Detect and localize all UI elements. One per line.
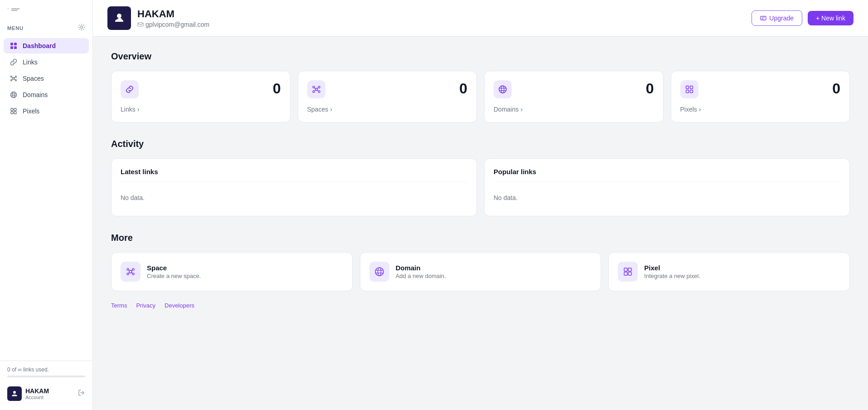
svg-rect-24 xyxy=(14,112,16,114)
domains-card-icon xyxy=(494,80,512,98)
svg-rect-46 xyxy=(690,90,693,93)
svg-line-52 xyxy=(129,270,130,271)
sidebar-item-dashboard[interactable]: Dashboard xyxy=(4,38,89,54)
pixels-count: 0 xyxy=(832,80,840,97)
popular-links-empty: No data. xyxy=(494,189,840,207)
sidebar-item-links[interactable]: Links xyxy=(4,54,89,70)
space-more-name: Space xyxy=(147,264,201,272)
sidebar-user-role: Account xyxy=(25,395,49,400)
domain-more-text: Domain Add a new domain. xyxy=(396,264,446,279)
header-actions: Upgrade + New link xyxy=(752,10,853,26)
svg-point-39 xyxy=(499,86,506,93)
svg-rect-63 xyxy=(628,272,631,275)
pixels-card-link[interactable]: Pixels › xyxy=(680,106,841,113)
svg-rect-28 xyxy=(138,23,143,26)
dashboard-icon xyxy=(9,42,18,49)
pixel-more-icon xyxy=(618,262,638,282)
svg-line-54 xyxy=(129,273,130,274)
svg-point-3 xyxy=(81,26,83,29)
logout-icon[interactable] xyxy=(78,389,85,398)
header-user-name: HAKAM xyxy=(137,8,209,20)
svg-line-35 xyxy=(314,88,315,89)
footer-link-terms[interactable]: Terms xyxy=(111,302,127,309)
sidebar-item-spaces[interactable]: Spaces xyxy=(4,71,89,86)
svg-line-36 xyxy=(317,88,318,89)
upgrade-button[interactable]: Upgrade xyxy=(752,10,802,26)
footer-links: Terms Privacy Developers xyxy=(111,291,850,312)
svg-rect-5 xyxy=(14,43,17,45)
svg-line-13 xyxy=(12,77,13,78)
svg-rect-22 xyxy=(14,108,16,111)
links-card-link[interactable]: Links › xyxy=(121,106,281,113)
overview-grid: 0 Links › 0 Spaces › xyxy=(111,71,850,122)
links-icon xyxy=(9,59,18,66)
logo-scissors-icon: ✂ xyxy=(7,6,21,15)
sidebar-item-domains[interactable]: Domains xyxy=(4,87,89,102)
domains-icon xyxy=(9,91,18,98)
settings-icon[interactable] xyxy=(78,24,85,33)
svg-text:✂: ✂ xyxy=(7,8,9,10)
svg-rect-44 xyxy=(690,86,693,89)
spaces-card-link[interactable]: Spaces › xyxy=(307,106,468,113)
domain-more-name: Domain xyxy=(396,264,446,272)
sidebar-menu-label: MENU xyxy=(0,18,92,36)
space-more-desc: Create a new space. xyxy=(147,273,201,279)
svg-rect-2 xyxy=(11,10,17,11)
upgrade-icon xyxy=(760,15,766,21)
overview-card-spaces: 0 Spaces › xyxy=(298,71,477,122)
more-grid: Space Create a new space. Domain Add a n… xyxy=(111,252,850,291)
svg-rect-23 xyxy=(11,112,13,114)
svg-rect-61 xyxy=(628,268,631,271)
pixels-card-icon xyxy=(680,80,698,98)
footer-link-developers[interactable]: Developers xyxy=(165,302,194,309)
svg-rect-45 xyxy=(686,90,689,93)
svg-line-16 xyxy=(15,79,15,80)
usage-text: 0 of ∞ links used. xyxy=(4,366,89,376)
domains-card-link[interactable]: Domains › xyxy=(494,106,654,113)
sidebar-item-pixels-label: Pixels xyxy=(23,107,39,115)
email-icon xyxy=(137,21,144,28)
usage-bar xyxy=(7,376,85,377)
svg-line-38 xyxy=(317,90,318,92)
more-card-domain[interactable]: Domain Add a new domain. xyxy=(360,252,601,291)
svg-point-56 xyxy=(375,268,383,276)
svg-point-18 xyxy=(13,92,15,98)
user-row[interactable]: HAKAM Account xyxy=(4,383,89,405)
popular-links-card: Popular links No data. xyxy=(484,158,850,216)
svg-rect-1 xyxy=(11,9,19,10)
svg-rect-6 xyxy=(10,46,13,49)
domains-count: 0 xyxy=(646,80,654,97)
sidebar-item-pixels[interactable]: Pixels xyxy=(4,103,89,119)
sidebar: ✂ MENU Dashboard Links Space xyxy=(0,0,93,410)
menu-label-text: MENU xyxy=(7,25,24,31)
space-more-text: Space Create a new space. xyxy=(147,264,201,279)
overview-card-domains: 0 Domains › xyxy=(484,71,664,122)
main-content: ✦ HAKAM gplvipcom@gmail.com Upgrade + Ne… xyxy=(93,0,868,410)
svg-line-15 xyxy=(12,79,13,80)
header-user-email: gplvipcom@gmail.com xyxy=(137,21,209,28)
svg-line-53 xyxy=(131,270,133,271)
more-card-pixel[interactable]: Pixel Integrate a new pixel. xyxy=(608,252,850,291)
pixel-more-desc: Integrate a new pixel. xyxy=(644,273,700,279)
domain-more-desc: Add a new domain. xyxy=(396,273,446,279)
overview-title: Overview xyxy=(111,51,850,62)
header-user: ✦ HAKAM gplvipcom@gmail.com xyxy=(107,6,209,30)
sidebar-user-name: HAKAM xyxy=(25,387,49,395)
pixels-icon xyxy=(9,107,18,115)
user-avatar xyxy=(7,386,22,401)
new-link-button[interactable]: + New link xyxy=(808,11,853,25)
header-avatar: ✦ xyxy=(107,6,131,30)
more-card-space[interactable]: Space Create a new space. xyxy=(111,252,353,291)
svg-point-40 xyxy=(501,86,504,93)
footer-link-privacy[interactable]: Privacy xyxy=(136,302,155,309)
header: ✦ HAKAM gplvipcom@gmail.com Upgrade + Ne… xyxy=(93,0,868,37)
domain-more-icon xyxy=(369,262,389,282)
user-info: HAKAM Account xyxy=(7,386,49,401)
sidebar-item-dashboard-label: Dashboard xyxy=(23,42,56,49)
content-area: Overview 0 Links › xyxy=(93,37,868,410)
space-more-icon xyxy=(121,262,141,282)
svg-rect-62 xyxy=(624,272,627,275)
svg-rect-7 xyxy=(14,46,17,49)
svg-line-55 xyxy=(131,273,133,274)
user-details: HAKAM Account xyxy=(25,387,49,400)
